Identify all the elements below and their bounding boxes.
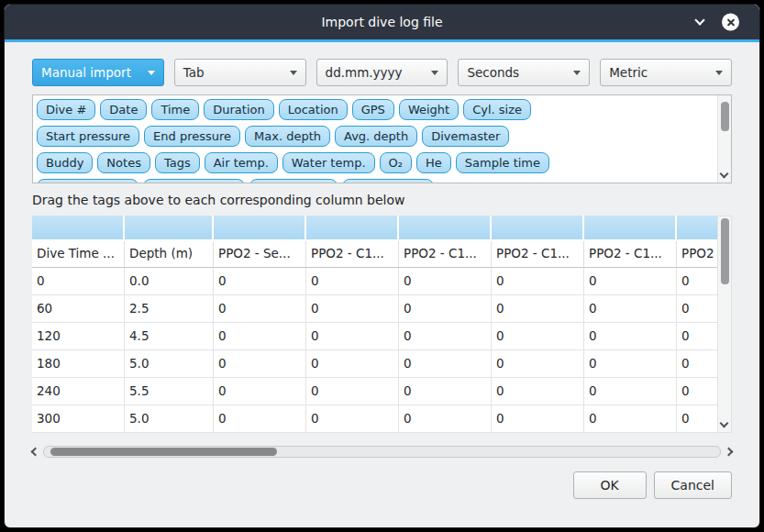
tag-row: BuddyNotesTagsAir temp.Water temp.O₂HeSa… — [37, 152, 711, 173]
column-drop-target[interactable] — [125, 216, 212, 239]
dropdown-value: Seconds — [467, 65, 519, 80]
tag-air-temp[interactable]: Air temp. — [205, 152, 278, 173]
table-cell: 0 — [677, 268, 717, 295]
table-cell: 0 — [492, 405, 584, 433]
column-header: PPO2 - C1... — [306, 241, 399, 268]
table-cell: 0 — [214, 350, 306, 378]
tag-sample-temp[interactable]: Sample temp. — [143, 179, 245, 183]
scroll-left-icon[interactable] — [31, 448, 40, 457]
tag-location[interactable]: Location — [279, 99, 348, 120]
column-drop-target[interactable] — [677, 216, 717, 239]
tag-start-pressure[interactable]: Start pressure — [37, 126, 139, 147]
table-cell: 0 — [399, 295, 492, 323]
column-header: PPO2 - C1... — [399, 241, 492, 268]
import-preview-table: Dive Time ...Depth (m)PPO2 - Se...PPO2 -… — [32, 216, 732, 433]
chevron-down-icon — [694, 15, 704, 25]
dropdown-metric[interactable]: Metric — [600, 59, 732, 86]
column-drop-target[interactable] — [492, 216, 582, 239]
table-body: 00.0000000602.50000001204.50000001805.00… — [32, 268, 717, 433]
column-header: PPO2 - C1... — [492, 241, 584, 268]
titlebar[interactable]: Import dive log file — [5, 5, 759, 39]
tag-panel: Dive #DateTimeDurationLocationGPSWeightC… — [32, 94, 732, 183]
table-cell: 0 — [306, 350, 399, 378]
table-cell: 0 — [399, 378, 492, 405]
table-row: 2405.5000000 — [32, 378, 717, 405]
dropdown-tab[interactable]: Tab — [174, 59, 306, 86]
tag-sample-cns[interactable]: Sample CNS — [342, 179, 434, 183]
table-cell: 0 — [492, 295, 584, 323]
tag-o[interactable]: O₂ — [380, 152, 412, 173]
table-cell: 0 — [399, 350, 492, 378]
tag-buddy[interactable]: Buddy — [37, 152, 93, 173]
tag-cyl-size[interactable]: Cyl. size — [463, 99, 531, 120]
tag-sample-po[interactable]: Sample pO₂ — [249, 179, 338, 183]
scrollbar-thumb[interactable] — [721, 218, 729, 284]
table-cell: 0 — [399, 268, 492, 295]
scroll-down-icon[interactable] — [720, 419, 729, 428]
table-cell: 0.0 — [125, 268, 214, 295]
tag-duration[interactable]: Duration — [204, 99, 273, 120]
table-cell: 0 — [584, 323, 677, 350]
table-cell: 5.5 — [125, 378, 214, 405]
tag-dive[interactable]: Dive # — [37, 99, 95, 120]
titlebar-close-button[interactable] — [722, 14, 739, 31]
tag-water-temp[interactable]: Water temp. — [282, 152, 375, 173]
table-vertical-scrollbar[interactable] — [717, 216, 732, 433]
tag-weight[interactable]: Weight — [399, 99, 459, 120]
table-cell: 0 — [306, 295, 399, 323]
combo-row: Manual importTabdd.mm.yyyySecondsMetric — [32, 59, 732, 86]
table-row: 1805.0000000 — [32, 350, 717, 378]
tag-gps[interactable]: GPS — [352, 99, 394, 120]
ok-button[interactable]: OK — [573, 471, 647, 499]
table-horizontal-scrollbar[interactable] — [32, 445, 732, 459]
tag-divemaster[interactable]: Divemaster — [422, 126, 509, 147]
table-cell: 0 — [584, 268, 677, 295]
table-cell: 180 — [32, 350, 125, 378]
dropdown-value: dd.mm.yyyy — [326, 65, 403, 80]
tag-tags[interactable]: Tags — [155, 152, 200, 173]
table-row: 00.0000000 — [32, 268, 717, 295]
column-header: Dive Time ... — [32, 241, 125, 268]
cancel-button[interactable]: Cancel — [654, 471, 732, 499]
column-drop-target[interactable] — [306, 216, 397, 239]
tag-row: Start pressureEnd pressureMax. depthAvg.… — [37, 126, 711, 147]
tag-sample-depth[interactable]: Sample depth — [37, 179, 138, 183]
scroll-down-icon[interactable] — [720, 170, 729, 179]
table-cell: 0 — [306, 268, 399, 295]
dropdown-manual-import[interactable]: Manual import — [32, 59, 164, 86]
tag-he[interactable]: He — [416, 152, 451, 173]
tag-panel-scrollbar[interactable] — [717, 95, 731, 183]
tag-end-pressure[interactable]: End pressure — [144, 126, 240, 147]
dialog-content: Manual importTabdd.mm.yyyySecondsMetric … — [5, 42, 759, 527]
titlebar-shade-button[interactable] — [691, 13, 709, 31]
chevron-down-icon — [715, 71, 723, 75]
dropdown-value: Tab — [183, 65, 205, 80]
tag-notes[interactable]: Notes — [97, 152, 150, 173]
tag-time[interactable]: Time — [151, 99, 199, 120]
table-cell: 0 — [584, 378, 677, 405]
dialog-buttons: OK Cancel — [32, 471, 732, 499]
table-cell: 300 — [32, 405, 125, 433]
tag-sample-time[interactable]: Sample time — [456, 152, 549, 173]
tag-date[interactable]: Date — [100, 99, 147, 120]
column-drop-target[interactable] — [399, 216, 490, 239]
dropdown-value: Metric — [609, 65, 648, 80]
scroll-right-icon[interactable] — [725, 448, 734, 457]
table-header-row: Dive Time ...Depth (m)PPO2 - Se...PPO2 -… — [32, 241, 717, 268]
table-cell: 0 — [584, 295, 677, 323]
table-cell: 0 — [399, 405, 492, 433]
chevron-down-icon — [290, 71, 297, 75]
dropdown-dd-mm-yyyy[interactable]: dd.mm.yyyy — [316, 59, 448, 86]
table-cell: 0 — [214, 295, 306, 323]
scrollbar-thumb[interactable] — [721, 102, 729, 131]
table-cell: 0 — [214, 405, 306, 433]
column-drop-target[interactable] — [32, 216, 123, 239]
table-cell: 0 — [677, 378, 717, 405]
scrollbar-thumb[interactable] — [50, 448, 277, 456]
column-drop-target[interactable] — [584, 216, 675, 239]
dropdown-seconds[interactable]: Seconds — [458, 59, 590, 86]
scrollbar-track[interactable] — [43, 446, 721, 458]
tag-max-depth[interactable]: Max. depth — [245, 126, 330, 147]
column-drop-target[interactable] — [214, 216, 304, 239]
tag-avg-depth[interactable]: Avg. depth — [335, 126, 417, 147]
